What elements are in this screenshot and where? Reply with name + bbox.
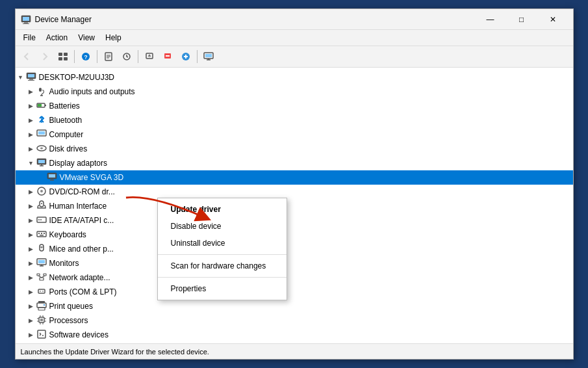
device-tree[interactable]: ▼DESKTOP-M2UUJ3D▶Audio inputs and output… (16, 68, 573, 343)
tree-item-dvd[interactable]: ▶DVD/CD-ROM dr... (16, 185, 573, 199)
tree-item-batteries[interactable]: ▶Batteries (16, 99, 573, 113)
menu-view[interactable]: View (73, 31, 100, 44)
tree-expand-disk[interactable]: ▶ (26, 144, 36, 154)
maximize-button[interactable]: □ (507, 10, 537, 29)
update-driver-toolbar-button[interactable] (141, 48, 158, 65)
ctx-scan-changes[interactable]: Scan for hardware changes (158, 257, 287, 274)
tree-expand-vmware[interactable] (36, 172, 47, 183)
scan-toolbar-button[interactable] (118, 48, 135, 65)
tree-label-ide: IDE ATA/ATAPI c... (49, 216, 114, 225)
tree-item-mice[interactable]: ▶Mice and other p... (16, 242, 573, 256)
tree-icon-vmware (47, 172, 57, 183)
tree-expand-batteries[interactable]: ▶ (26, 101, 36, 111)
help-button[interactable]: ? (77, 48, 94, 65)
tree-expand-print[interactable]: ▶ (26, 301, 36, 311)
tree-icon-software (36, 330, 47, 340)
tree-label-computer: Computer (49, 130, 84, 139)
tree-label-bluetooth: Bluetooth (49, 116, 83, 125)
tree-icon-disk (36, 144, 47, 154)
tree-item-sound[interactable]: ▶Sound, video and game controllers (16, 342, 573, 343)
tree-label-root: DESKTOP-M2UUJ3D (39, 73, 114, 82)
tree-item-keyboards[interactable]: ▶Keyboards (16, 228, 573, 242)
tree-item-disk[interactable]: ▶Disk drives (16, 142, 573, 156)
back-button[interactable] (18, 48, 35, 65)
tree-item-monitors[interactable]: ▶Monitors (16, 256, 573, 270)
tree-icon-network (36, 272, 47, 283)
status-text: Launches the Update Driver Wizard for th… (21, 348, 209, 356)
tree-expand-network[interactable]: ▶ (26, 272, 36, 283)
svg-rect-42 (38, 160, 45, 163)
tree-icon-hid (36, 201, 47, 211)
view-button[interactable] (55, 48, 71, 65)
tree-expand-mice[interactable]: ▶ (26, 244, 36, 254)
tree-expand-display[interactable]: ▼ (26, 158, 36, 168)
tree-expand-audio[interactable]: ▶ (26, 86, 36, 97)
tree-icon-keyboards (36, 230, 47, 240)
svg-rect-58 (41, 233, 42, 234)
svg-rect-69 (37, 274, 40, 276)
tree-item-root[interactable]: ▼DESKTOP-M2UUJ3D (16, 70, 573, 85)
toolbar-separator-1 (74, 50, 75, 63)
svg-rect-65 (38, 260, 45, 263)
tree-expand-computer[interactable]: ▶ (26, 129, 36, 140)
status-bar: Launches the Update Driver Wizard for th… (16, 343, 573, 359)
ctx-uninstall-device[interactable]: Uninstall device (158, 235, 287, 252)
tree-expand-ports[interactable]: ▶ (26, 287, 36, 297)
tree-expand-software[interactable]: ▶ (26, 330, 36, 340)
tree-item-network[interactable]: ▶Network adapte... (16, 270, 573, 285)
svg-rect-29 (28, 80, 34, 81)
tree-label-display: Display adaptors (49, 159, 107, 168)
properties-toolbar-button[interactable] (100, 48, 117, 65)
tree-label-monitors: Monitors (49, 259, 79, 268)
forward-button[interactable] (36, 48, 53, 65)
ctx-disable-device[interactable]: Disable device (158, 218, 287, 235)
add-driver-toolbar-button[interactable] (177, 48, 194, 65)
tree-expand-bluetooth[interactable]: ▶ (26, 115, 36, 125)
svg-rect-27 (28, 74, 34, 77)
tree-label-keyboards: Keyboards (49, 230, 86, 239)
tree-expand-dvd[interactable]: ▶ (26, 187, 36, 197)
tree-item-vmware[interactable]: VMware SVGA 3D (16, 170, 573, 185)
svg-rect-77 (37, 303, 46, 308)
ctx-update-driver[interactable]: Update driver (158, 201, 287, 218)
monitor-toolbar-button[interactable] (200, 48, 217, 65)
svg-point-52 (41, 203, 42, 204)
tree-label-software: Software devices (49, 330, 109, 339)
svg-point-40 (40, 147, 43, 149)
svg-rect-81 (40, 319, 43, 321)
svg-rect-6 (58, 57, 62, 60)
tree-label-disk: Disk drives (49, 144, 88, 153)
uninstall-toolbar-button[interactable] (159, 48, 176, 65)
menu-help[interactable]: Help (100, 31, 127, 44)
tree-item-ide[interactable]: ▶IDE ATA/ATAPI c... (16, 213, 573, 228)
tree-icon-monitors (36, 258, 47, 269)
minimize-button[interactable]: — (476, 10, 505, 29)
svg-text:?: ? (84, 54, 88, 60)
menu-action[interactable]: Action (41, 31, 73, 44)
tree-expand-keyboards[interactable]: ▶ (26, 230, 36, 240)
tree-expand-monitors[interactable]: ▶ (26, 258, 36, 269)
tree-icon-processors (36, 315, 47, 326)
tree-item-display[interactable]: ▼Display adaptors (16, 156, 573, 170)
tree-expand-processors[interactable]: ▶ (26, 315, 36, 326)
svg-rect-23 (205, 54, 212, 57)
tree-item-print[interactable]: ▶Print queues (16, 299, 573, 313)
svg-rect-60 (40, 235, 44, 236)
svg-rect-73 (38, 289, 45, 293)
tree-item-audio[interactable]: ▶Audio inputs and outputs (16, 85, 573, 99)
svg-rect-28 (29, 79, 33, 80)
tree-item-computer[interactable]: ▶Computer (16, 127, 573, 142)
tree-item-software[interactable]: ▶Software devices (16, 328, 573, 342)
menu-file[interactable]: File (18, 31, 41, 44)
tree-expand-hid[interactable]: ▶ (26, 201, 36, 211)
tree-expand-ide[interactable]: ▶ (26, 215, 36, 226)
tree-expand-root[interactable]: ▼ (16, 72, 26, 83)
ctx-properties[interactable]: Properties (158, 280, 287, 297)
close-button[interactable]: ✕ (538, 10, 568, 29)
tree-item-hid[interactable]: ▶Human Interface (16, 199, 573, 213)
tree-item-bluetooth[interactable]: ▶Bluetooth (16, 113, 573, 127)
svg-rect-2 (24, 22, 28, 23)
svg-rect-38 (38, 131, 45, 135)
tree-item-processors[interactable]: ▶Processors (16, 313, 573, 328)
tree-item-ports[interactable]: ▶Ports (COM & LPT) (16, 285, 573, 299)
